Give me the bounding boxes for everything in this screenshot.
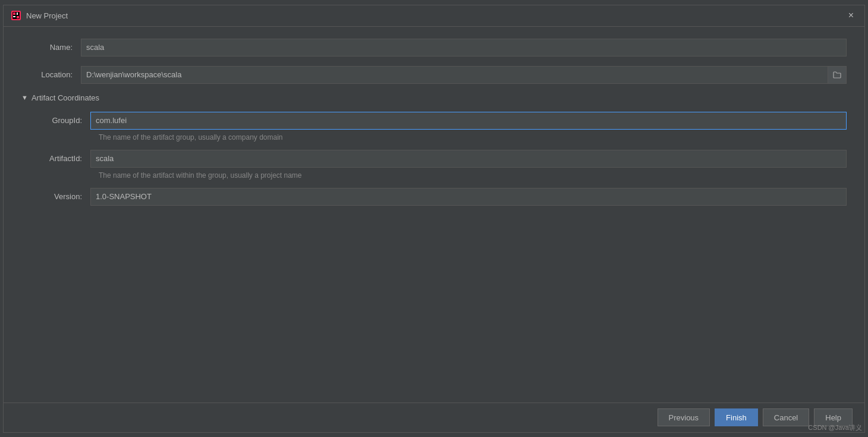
dialog-title: New Project xyxy=(26,11,68,20)
app-logo-icon xyxy=(11,10,21,21)
artifactid-hint: The name of the artifact within the grou… xyxy=(99,171,847,180)
version-label: Version: xyxy=(31,192,90,201)
new-project-dialog: New Project × Name: Location: xyxy=(3,5,865,433)
artifact-section-content: GroupId: The name of the artifact group,… xyxy=(21,112,847,206)
svg-rect-5 xyxy=(17,12,18,15)
title-bar: New Project × xyxy=(4,5,864,27)
dialog-overlay: New Project × Name: Location: xyxy=(0,0,868,437)
groupid-label: GroupId: xyxy=(31,116,90,125)
groupid-row: GroupId: xyxy=(31,112,847,130)
groupid-input[interactable] xyxy=(90,112,847,130)
artifactid-label: ArtifactId: xyxy=(31,154,90,163)
name-input[interactable] xyxy=(81,39,847,56)
svg-rect-4 xyxy=(13,16,15,17)
section-toggle-icon[interactable]: ▼ xyxy=(21,94,28,101)
close-button[interactable]: × xyxy=(845,10,857,21)
groupid-hint: The name of the artifact group, usually … xyxy=(99,133,847,142)
dialog-content: Name: Location: ▼ Artifact Coor xyxy=(4,27,864,403)
version-input[interactable] xyxy=(90,188,847,206)
artifact-section-header: ▼ Artifact Coordinates xyxy=(21,93,847,102)
artifactid-row: ArtifactId: xyxy=(31,150,847,168)
svg-rect-2 xyxy=(13,12,15,15)
location-input[interactable] xyxy=(81,66,828,84)
location-label: Location: xyxy=(21,70,81,79)
location-row: Location: xyxy=(21,66,847,84)
name-label: Name: xyxy=(21,43,81,52)
watermark-text: CSDN @Java讲义 xyxy=(808,423,862,432)
svg-rect-3 xyxy=(17,16,19,18)
name-row: Name: xyxy=(21,39,847,56)
dialog-footer: Previous Finish Cancel Help xyxy=(4,403,864,432)
previous-button[interactable]: Previous xyxy=(658,408,710,426)
cancel-button[interactable]: Cancel xyxy=(763,408,809,426)
version-row: Version: xyxy=(31,188,847,206)
finish-button[interactable]: Finish xyxy=(715,408,758,426)
artifactid-input[interactable] xyxy=(90,150,847,168)
location-input-wrapper xyxy=(81,66,847,84)
browse-button[interactable] xyxy=(828,66,847,84)
title-bar-left: New Project xyxy=(11,10,68,21)
artifact-section-title: Artifact Coordinates xyxy=(32,93,99,102)
folder-icon xyxy=(833,71,841,79)
